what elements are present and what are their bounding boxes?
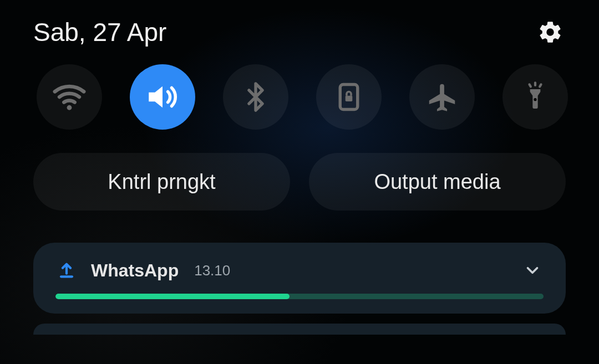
toggle-wifi[interactable] <box>37 64 102 130</box>
date-label: Sab, 27 Apr <box>33 17 166 47</box>
airplane-icon <box>425 80 459 114</box>
notification-expand-button[interactable] <box>521 259 544 281</box>
toggle-rotate-lock[interactable] <box>316 64 382 130</box>
upload-progress-track <box>55 294 544 299</box>
qs-pill-row: Kntrl prngkt Output media <box>33 153 566 211</box>
notification-time: 13.10 <box>194 262 230 279</box>
svg-point-3 <box>534 98 536 101</box>
notification-card[interactable]: WhatsApp 13.10 <box>33 243 566 314</box>
rotate-lock-icon <box>334 82 364 112</box>
flashlight-icon <box>520 81 551 112</box>
device-control-button[interactable]: Kntrl prngkt <box>33 153 290 211</box>
bluetooth-icon <box>240 81 272 113</box>
toggle-flashlight[interactable] <box>502 64 568 130</box>
gear-icon <box>537 19 563 45</box>
media-output-button[interactable]: Output media <box>309 153 566 211</box>
toggle-airplane[interactable] <box>409 64 475 130</box>
next-notification-peek <box>33 324 566 335</box>
media-output-label: Output media <box>374 170 500 194</box>
toggle-bluetooth[interactable] <box>223 64 288 130</box>
device-control-label: Kntrl prngkt <box>108 170 215 194</box>
settings-button[interactable] <box>535 17 566 48</box>
sound-icon <box>144 79 181 115</box>
svg-point-0 <box>67 105 72 110</box>
chevron-down-icon <box>523 261 542 280</box>
wifi-icon <box>51 79 88 115</box>
quick-toggle-row <box>37 64 566 130</box>
qs-header: Sab, 27 Apr <box>33 17 566 48</box>
upload-progress-fill <box>55 294 290 299</box>
svg-rect-2 <box>346 96 353 101</box>
notification-header: WhatsApp 13.10 <box>55 259 544 281</box>
notification-app-name: WhatsApp <box>91 260 179 281</box>
upload-icon <box>55 259 78 281</box>
toggle-sound[interactable] <box>130 64 195 130</box>
